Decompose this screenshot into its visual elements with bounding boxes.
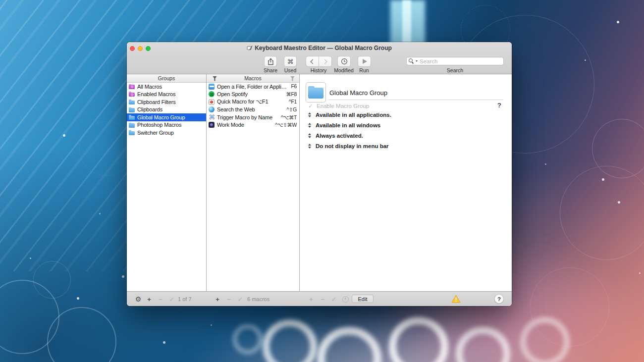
group-row[interactable]: Switcher Group — [127, 129, 206, 137]
remove-macro-button[interactable] — [225, 295, 233, 303]
run-button[interactable] — [358, 56, 371, 67]
shortcut-label: ^⌥⌘T — [281, 114, 297, 120]
globe-icon — [209, 106, 215, 112]
activation-option[interactable]: Always activated. — [308, 131, 391, 141]
folder-icon — [129, 130, 135, 136]
enable-macro-group-label: Enable Macro Group — [317, 103, 369, 109]
history-back-button[interactable] — [306, 56, 319, 67]
group-name-field[interactable] — [328, 89, 503, 100]
wallpaper-circle — [33, 261, 71, 299]
clock-icon — [341, 58, 348, 65]
history-label: History — [305, 67, 332, 73]
folder-icon — [129, 122, 135, 128]
macro-row[interactable]: Search the Web ^⇧G — [207, 106, 299, 114]
macro-row[interactable]: Quick Macro for ⌥F1 ^F1 — [207, 98, 299, 106]
window-availability-option[interactable]: Available in all windows — [308, 120, 391, 131]
macro-row[interactable]: Open Spotify ⌘F8 — [207, 91, 299, 99]
macro-row[interactable]: Trigger Macro by Name ^⌥⌘T — [207, 113, 299, 121]
macros-header-label: Macros — [244, 75, 261, 81]
macro-row[interactable]: Open a File, Folder or Application F6 — [207, 83, 299, 91]
add-group-button[interactable] — [145, 295, 153, 303]
app-icon — [247, 45, 253, 51]
share-icon — [268, 58, 274, 65]
search-label: Search — [406, 67, 504, 73]
availability-option[interactable]: Available in all applications. — [308, 110, 391, 120]
macros-column-header: Macros — [207, 74, 299, 83]
used-button[interactable] — [284, 56, 297, 67]
stepper-icon — [308, 123, 312, 128]
wallpaper-circle — [79, 121, 134, 176]
toggle-action-button[interactable] — [330, 295, 338, 303]
command-icon — [209, 114, 215, 120]
window-title: Keyboard Maestro Editor — Global Macro G… — [255, 45, 392, 52]
smart-group-icon — [129, 91, 135, 97]
record-icon — [209, 99, 215, 105]
share-button[interactable] — [264, 56, 277, 67]
folder-icon — [308, 86, 323, 99]
menu-bar-option[interactable]: Do not display in menu bar — [308, 141, 391, 152]
settings-gear-button[interactable] — [134, 295, 142, 303]
search-field[interactable] — [406, 57, 504, 65]
add-macro-button[interactable] — [214, 295, 221, 303]
help-button[interactable]: ? — [494, 294, 504, 304]
content-panes: Groups All Macros Enabled Macros Clipboa… — [127, 74, 512, 291]
folder-icon — [129, 114, 135, 120]
shortcut-label: ^⌥⇧⌘W — [275, 122, 297, 128]
checkmark-icon — [308, 103, 313, 109]
groups-pane: Groups All Macros Enabled Macros Clipboa… — [127, 74, 207, 291]
group-row[interactable]: Photoshop Macros — [127, 121, 206, 129]
stepper-icon — [308, 144, 312, 149]
titlebar[interactable]: Keyboard Maestro Editor — Global Macro G… — [127, 42, 512, 53]
detail-help-button[interactable]: ? — [497, 102, 501, 109]
macros-pane: Macros Open a File, Folder or Applicatio… — [207, 74, 300, 291]
spotify-icon — [209, 91, 215, 97]
add-action-button[interactable] — [307, 295, 315, 303]
filter-funnel-outline-icon[interactable] — [290, 76, 295, 81]
used-label: Used — [276, 67, 304, 73]
remove-action-button[interactable] — [319, 295, 326, 303]
record-clock-button[interactable] — [341, 295, 349, 303]
shortcut-label: ^⇧G — [286, 106, 297, 112]
shortcut-label: F6 — [291, 84, 297, 89]
search-input[interactable] — [420, 58, 501, 64]
edit-button[interactable]: Edit — [352, 295, 374, 303]
work-mode-icon — [209, 122, 215, 128]
detail-pane: Enable Macro Group ? Available in all ap… — [300, 74, 512, 291]
group-row[interactable]: Clipboards — [127, 106, 206, 114]
stepper-icon — [308, 112, 312, 118]
modified-button[interactable] — [337, 56, 351, 67]
enable-macro-group-checkbox[interactable]: Enable Macro Group — [308, 103, 369, 109]
play-icon — [363, 59, 367, 64]
search-icon — [409, 58, 414, 64]
toggle-macro-button[interactable] — [236, 295, 244, 303]
warning-icon[interactable] — [451, 295, 461, 303]
toggle-group-button[interactable] — [168, 295, 176, 303]
group-icon-well[interactable] — [306, 82, 326, 103]
smart-group-icon — [129, 84, 135, 90]
history-forward-button[interactable] — [319, 56, 332, 67]
window-chrome: Keyboard Maestro Editor — Global Macro G… — [127, 42, 512, 74]
stepper-icon — [308, 133, 312, 139]
folder-icon — [129, 99, 135, 105]
wallpaper-chain-ring — [520, 317, 570, 362]
wallpaper-chain-ring — [233, 324, 263, 354]
group-row[interactable]: All Macros — [127, 83, 206, 91]
chevron-left-icon — [311, 59, 316, 64]
filter-funnel-icon[interactable] — [213, 76, 217, 81]
open-file-icon — [209, 84, 215, 90]
remove-group-button[interactable] — [157, 295, 164, 303]
group-row[interactable]: Clipboard Filters — [127, 98, 206, 106]
macro-row[interactable]: Work Mode ^⌥⇧⌘W — [207, 121, 299, 129]
wallpaper-stars — [0, 0, 1, 1]
groups-column-header: Groups — [127, 74, 206, 83]
group-row-selected[interactable]: Global Macro Group — [127, 113, 206, 121]
keyboard-maestro-window: Keyboard Maestro Editor — Global Macro G… — [127, 42, 512, 306]
search-options-chevron-icon[interactable] — [416, 60, 418, 62]
run-label: Run — [350, 67, 378, 73]
group-row[interactable]: Enabled Macros — [127, 91, 206, 99]
command-icon — [287, 57, 294, 66]
status-bar: 1 of 7 6 macros Edit ? — [127, 291, 512, 306]
groups-header-label: Groups — [158, 75, 175, 81]
chevron-right-icon — [322, 59, 327, 64]
folder-icon — [129, 107, 135, 113]
